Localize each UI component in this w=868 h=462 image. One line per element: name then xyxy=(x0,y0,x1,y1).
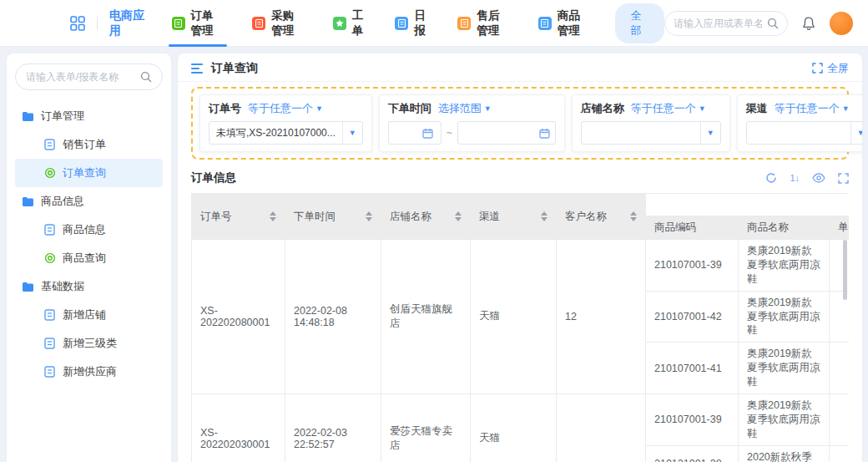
tree-item-label: 订单查询 xyxy=(63,165,106,180)
filter-field-name: 下单时间 xyxy=(388,101,431,116)
list-icon xyxy=(191,63,204,74)
chevron-down-icon[interactable]: ▼ xyxy=(850,122,862,144)
table-titlebar: 订单信息 1↓ xyxy=(191,168,849,188)
date-end-input[interactable] xyxy=(457,121,556,145)
sort-toggle-icon[interactable] xyxy=(541,211,548,221)
nav-tab-2[interactable]: 工单 xyxy=(333,0,367,47)
refresh-icon[interactable] xyxy=(765,172,777,184)
filter-operator[interactable]: 等于任意一个▼ xyxy=(248,101,323,116)
nav-tab-3[interactable]: 日报 xyxy=(395,0,429,47)
cell-product-code: 210107001-39 xyxy=(646,393,739,445)
order-table-viewport: 订单号下单时间店铺名称渠道客户名称商品编码商品名称单价XS-2022020800… xyxy=(191,193,849,462)
sort-toggle-icon[interactable] xyxy=(455,211,462,221)
filter-operator[interactable]: 等于任意一个▼ xyxy=(631,101,706,116)
document-icon xyxy=(43,366,56,378)
visibility-icon[interactable] xyxy=(812,173,825,183)
tree-item-label: 新增供应商 xyxy=(63,364,117,379)
vertical-scrollbar[interactable] xyxy=(843,240,847,300)
tree-folder-0[interactable]: 订单管理 xyxy=(15,102,163,130)
sidebar-search-input[interactable] xyxy=(26,71,135,83)
tree-folder-2[interactable]: 基础数据 xyxy=(15,272,163,301)
user-avatar[interactable] xyxy=(830,12,853,35)
tree-item-0-1[interactable]: 订单查询 xyxy=(15,159,163,187)
current-app-name[interactable]: 电商应用 xyxy=(109,8,150,38)
filter-card-2: 店铺名称 等于任意一个▼ ▼ xyxy=(572,94,730,152)
tree-item-0-0[interactable]: 销售订单 xyxy=(15,130,163,159)
target-icon xyxy=(43,167,56,179)
filter-select[interactable]: 未填写,XS-20210107000... ▼ xyxy=(209,121,363,145)
sidebar-search[interactable] xyxy=(15,63,163,90)
nav-tab-1[interactable]: 采购管理 xyxy=(252,0,305,47)
cell-product-code: 210107001-41 xyxy=(646,343,739,394)
tree-item-2-0[interactable]: 新增店铺 xyxy=(15,301,163,329)
nav-tab-5[interactable]: 商品管理 xyxy=(538,0,591,47)
sort-toggle-icon[interactable] xyxy=(270,211,276,221)
cell-store: 创盾天猫旗舰店 xyxy=(381,240,471,394)
ticket-icon xyxy=(333,17,346,30)
filter-field-name: 渠道 xyxy=(746,101,768,116)
tree-item-2-2[interactable]: 新增供应商 xyxy=(15,358,163,386)
tree-folder-1[interactable]: 商品信息 xyxy=(15,187,163,216)
column-header[interactable]: 客户名称 xyxy=(557,194,646,240)
cell-product-code: 210107001-39 xyxy=(646,240,739,292)
order-icon xyxy=(172,17,185,30)
nav-tab-0[interactable]: 订单管理 xyxy=(172,0,225,47)
sort-toggle-icon[interactable] xyxy=(366,211,372,221)
global-search-input[interactable] xyxy=(674,18,762,29)
tree-item-1-0[interactable]: 商品信息 xyxy=(15,216,163,244)
filter-select[interactable]: ▼ xyxy=(581,121,721,145)
sub-column-header[interactable]: 商品名称 xyxy=(739,216,830,240)
nav-tab-label: 日报 xyxy=(414,8,429,38)
cell-product-name: 2020新款秋季休闲加绒高帮鞋 xyxy=(739,445,830,462)
tree-item-1-1[interactable]: 商品查询 xyxy=(15,244,163,272)
tree-item-label: 商品查询 xyxy=(63,251,106,266)
tree-item-2-1[interactable]: 新增三级类 xyxy=(15,329,163,358)
folder-icon xyxy=(22,282,34,292)
cell-product-name: 奥康2019新款夏季软底两用凉鞋 xyxy=(739,343,830,394)
calendar-icon[interactable] xyxy=(539,128,550,139)
main-panel: 订单查询 全屏 订单号 等于任意一个▼ 未填写,XS-20210107000..… xyxy=(178,53,862,462)
sort-toggle-icon[interactable] xyxy=(630,211,637,221)
chevron-down-icon[interactable]: ▼ xyxy=(700,122,720,144)
table-row[interactable]: XS-202202030001 2022-02-03 22:52:57 爱莎天猫… xyxy=(192,393,850,445)
topnav-right xyxy=(664,11,853,36)
order-table: 订单号下单时间店铺名称渠道客户名称商品编码商品名称单价XS-2022020800… xyxy=(191,193,849,462)
nav-tab-4[interactable]: 售后管理 xyxy=(457,0,510,47)
cell-product-name: 奥康2019新款夏季软底两用凉鞋 xyxy=(739,393,830,445)
cell-product-name: 奥康2019新款夏季软底两用凉鞋 xyxy=(739,291,830,343)
document-icon xyxy=(43,309,56,321)
date-start-input[interactable] xyxy=(388,121,442,145)
table-row[interactable]: XS-202202080001 2022-02-08 14:48:18 创盾天猫… xyxy=(192,240,850,292)
column-header[interactable]: 渠道 xyxy=(471,194,557,240)
column-header[interactable]: 下单时间 xyxy=(285,194,381,240)
app-launcher-grid-icon[interactable] xyxy=(70,16,85,31)
sub-column-header[interactable]: 商品编码 xyxy=(646,216,739,240)
sort-icon[interactable]: 1↓ xyxy=(790,173,800,183)
all-apps-button[interactable]: 全部 xyxy=(615,3,664,43)
calendar-icon[interactable] xyxy=(422,128,433,139)
fullscreen-icon[interactable] xyxy=(838,173,849,184)
nav-tab-label: 工单 xyxy=(352,8,367,38)
divider xyxy=(97,17,98,30)
cell-order-time: 2022-02-03 22:52:57 xyxy=(285,393,381,462)
tree-folder-label: 基础数据 xyxy=(41,279,84,294)
target-icon xyxy=(43,252,56,264)
document-icon xyxy=(43,338,56,349)
chevron-down-icon[interactable]: ▼ xyxy=(342,122,362,144)
filter-select[interactable]: ▼ xyxy=(746,121,862,145)
folder-icon xyxy=(22,196,34,206)
fullscreen-button[interactable]: 全屏 xyxy=(812,61,849,76)
fullscreen-label: 全屏 xyxy=(827,61,849,76)
bell-icon[interactable] xyxy=(801,16,816,31)
search-icon[interactable] xyxy=(767,18,779,29)
cell-store: 爱莎天猫专卖店 xyxy=(381,393,471,462)
sub-column-header[interactable]: 单价 xyxy=(830,216,850,240)
filter-operator[interactable]: 等于任意一个▼ xyxy=(775,101,850,116)
cell-product-code: 210107001-42 xyxy=(646,291,739,343)
column-header[interactable]: 订单号 xyxy=(192,194,285,240)
cell-unit-price xyxy=(830,445,850,462)
search-icon[interactable] xyxy=(140,71,152,83)
global-search[interactable] xyxy=(664,11,788,36)
column-header[interactable]: 店铺名称 xyxy=(381,194,471,240)
filter-operator[interactable]: 选择范围▼ xyxy=(438,101,492,116)
